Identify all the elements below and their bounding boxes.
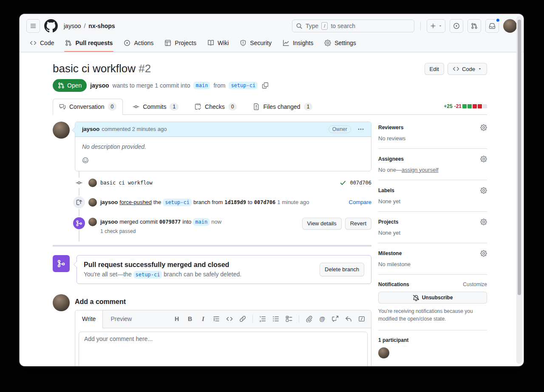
comment-discussion-icon	[59, 103, 66, 110]
gear-icon[interactable]	[480, 124, 487, 131]
repo-nav-insights[interactable]: Insights	[279, 35, 317, 52]
pr-state-badge: Open	[53, 79, 87, 92]
check-icon[interactable]	[340, 179, 346, 186]
labels-header[interactable]: Labels	[378, 187, 487, 194]
tasklist-button[interactable]	[286, 315, 292, 322]
repo-nav-pull-requests[interactable]: Pull requests	[62, 35, 116, 52]
assignees-header[interactable]: Assignees	[378, 156, 487, 162]
reply-icon	[345, 315, 352, 322]
unsubscribe-button[interactable]: Unsubscribe	[378, 292, 487, 304]
comment-author-avatar[interactable]	[53, 122, 70, 139]
head-branch-label[interactable]: setup-ci	[133, 271, 162, 278]
tab-checks[interactable]: Checks0	[188, 99, 243, 115]
breadcrumb-owner[interactable]: jaysoo	[64, 23, 81, 29]
mention-button[interactable]: @	[319, 316, 326, 322]
participant-avatar[interactable]	[378, 347, 389, 358]
comment-author[interactable]: jaysoo	[82, 126, 99, 132]
merge-sha[interactable]: 0079877	[159, 219, 181, 225]
link-button[interactable]	[239, 315, 246, 322]
projects-header[interactable]: Projects	[378, 219, 487, 225]
base-branch-label[interactable]: main	[193, 82, 210, 89]
compare-link[interactable]: Compare	[349, 199, 371, 205]
tab-conversation[interactable]: Conversation0	[53, 99, 123, 115]
issues-button[interactable]	[450, 19, 463, 33]
view-details-button[interactable]: View details	[302, 218, 342, 230]
force-push-author[interactable]: jaysoo	[100, 199, 118, 205]
kebab-menu-icon[interactable]	[357, 126, 364, 133]
scrollbar-track[interactable]	[516, 16, 522, 364]
quote-button[interactable]	[213, 315, 220, 322]
merge-author[interactable]: jaysoo	[100, 219, 118, 225]
code-dropdown-button[interactable]: Code	[448, 63, 487, 75]
check-status[interactable]: 1 check passed	[100, 228, 294, 234]
customize-link[interactable]: Customize	[463, 281, 487, 287]
reviewers-header[interactable]: Reviewers	[378, 124, 487, 131]
force-push-avatar[interactable]	[88, 198, 97, 207]
attach-file-button[interactable]	[306, 315, 312, 322]
assign-yourself-link[interactable]: assign yourself	[402, 167, 439, 173]
git-commit-icon	[76, 178, 82, 188]
merge-author-avatar[interactable]	[88, 218, 97, 226]
slash-command-icon	[358, 315, 365, 322]
commit-message[interactable]: basic ci workflow	[100, 180, 153, 186]
sidebar-section-assignees: Assignees No one—assign yourself	[378, 156, 487, 180]
repo-nav-code[interactable]: Code	[26, 35, 57, 52]
italic-button[interactable]: I	[200, 316, 207, 322]
repo-nav-actions[interactable]: Actions	[120, 35, 157, 52]
search-input[interactable]: Type / to search	[292, 20, 414, 32]
gear-icon[interactable]	[480, 219, 487, 225]
gear-icon[interactable]	[480, 187, 487, 194]
notifications-header: Notifications Customize	[378, 281, 487, 287]
saved-replies-button[interactable]	[345, 315, 352, 322]
from-sha[interactable]: 1d189d9	[224, 199, 246, 205]
tab-files-changed[interactable]: Files changed1	[246, 99, 319, 115]
commit-author-avatar[interactable]	[88, 179, 97, 187]
breadcrumb-repo[interactable]: nx-shops	[88, 23, 115, 29]
ordered-list-button[interactable]	[259, 315, 266, 322]
head-branch-label[interactable]: setup-ci	[229, 82, 258, 89]
heading-button[interactable]: H	[173, 316, 180, 322]
current-user-avatar[interactable]	[53, 294, 70, 311]
scrollbar-thumb[interactable]	[518, 20, 521, 295]
pr-author[interactable]: jaysoo	[90, 82, 109, 89]
cross-reference-button[interactable]	[332, 315, 339, 322]
force-push-verb[interactable]: force-pushed	[119, 199, 152, 205]
preview-tab[interactable]: Preview	[103, 310, 139, 328]
pr-tabs: Conversation0 Commits1 Checks0 Files cha…	[53, 99, 487, 115]
commit-sha[interactable]: 007d706	[350, 180, 371, 186]
head-branch-label[interactable]: setup-ci	[163, 199, 192, 206]
gear-icon[interactable]	[480, 156, 487, 162]
owner-badge: Owner	[329, 125, 351, 133]
pr-sidebar: Reviewers No reviews Assignees No one—as…	[378, 122, 487, 366]
copy-icon[interactable]	[262, 82, 269, 89]
pull-requests-button[interactable]	[468, 19, 481, 33]
slash-commands-button[interactable]	[358, 315, 365, 322]
gear-icon[interactable]	[480, 250, 487, 257]
repo-nav-projects[interactable]: Projects	[161, 35, 200, 52]
revert-button[interactable]: Revert	[345, 218, 371, 230]
hamburger-menu-button[interactable]	[26, 19, 40, 33]
edit-button[interactable]: Edit	[425, 63, 444, 75]
inbox-button[interactable]	[485, 19, 499, 33]
milestone-header[interactable]: Milestone	[378, 250, 487, 257]
github-logo[interactable]	[44, 19, 58, 33]
tab-commits[interactable]: Commits1	[126, 99, 185, 115]
repo-nav-wiki[interactable]: Wiki	[204, 35, 232, 52]
comment-textarea[interactable]	[79, 332, 368, 366]
write-tab[interactable]: Write	[75, 310, 103, 328]
base-branch-label[interactable]: main	[193, 218, 210, 226]
code-icon	[30, 40, 37, 46]
plus-icon	[430, 23, 436, 29]
repo-nav-settings[interactable]: Settings	[321, 35, 360, 52]
bold-button[interactable]: B	[187, 316, 193, 322]
add-reaction-button[interactable]	[82, 157, 89, 164]
delete-branch-button[interactable]: Delete branch	[320, 263, 364, 276]
unordered-list-button[interactable]	[272, 315, 279, 322]
user-avatar[interactable]	[503, 19, 517, 33]
code-button[interactable]	[226, 315, 233, 322]
create-new-button[interactable]	[427, 19, 445, 33]
to-sha[interactable]: 007d706	[254, 199, 276, 205]
repo-nav-security[interactable]: Security	[236, 35, 275, 52]
pr-number: #2	[139, 62, 151, 75]
inbox-icon	[489, 23, 496, 29]
